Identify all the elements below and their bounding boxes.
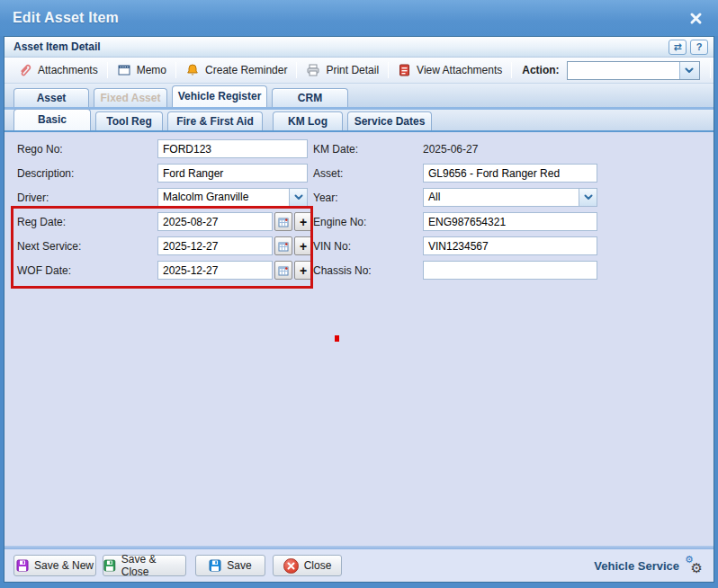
description-input[interactable]: [157, 164, 308, 183]
engine-no-label: Engine No:: [313, 216, 423, 228]
description-label: Description:: [17, 167, 157, 180]
form-content: Rego No: Description: Driver: Malcolm Gr…: [4, 132, 714, 546]
toolbar-separator: [296, 62, 297, 78]
rego-no-label: Rego No:: [17, 143, 157, 156]
wof-date-calendar-button[interactable]: [274, 261, 292, 280]
next-service-input[interactable]: [157, 236, 273, 255]
memo-label: Memo: [137, 64, 166, 76]
view-attachments-label: View Attachments: [417, 64, 502, 76]
next-service-label: Next Service:: [17, 240, 157, 253]
form-row-chassis-no: Chassis No:: [313, 258, 603, 282]
plus-icon: +: [300, 239, 307, 254]
dialog-close-icon[interactable]: [686, 8, 705, 28]
memo-button[interactable]: Memo: [109, 60, 175, 80]
tab-fire-first-aid[interactable]: Fire & First Aid: [167, 111, 263, 130]
action-dropdown[interactable]: [567, 61, 700, 80]
close-icon: [283, 558, 299, 574]
save-button[interactable]: Save: [195, 555, 265, 576]
next-service-calendar-button[interactable]: [274, 236, 292, 255]
wof-date-input[interactable]: [157, 261, 273, 280]
footer-bar: Save & New Save & Close Save Close Vehic…: [4, 549, 714, 582]
toolbar-separator: [511, 62, 512, 78]
panel-title: Asset Item Detail: [13, 40, 101, 53]
close-button[interactable]: Close: [273, 555, 342, 576]
rego-no-input[interactable]: [157, 139, 308, 158]
reg-date-add-button[interactable]: +: [294, 212, 312, 231]
refresh-button[interactable]: ⇄: [669, 40, 687, 55]
print-detail-button[interactable]: Print Detail: [298, 60, 387, 80]
tab-basic[interactable]: Basic: [13, 109, 91, 130]
reg-date-input[interactable]: [157, 212, 273, 231]
km-date-value: 2025-06-27: [423, 143, 478, 156]
form-row-next-service: Next Service: +: [17, 234, 312, 258]
km-date-label: KM Date:: [313, 143, 423, 156]
year-dropdown-value: All: [424, 189, 579, 206]
create-reminder-button[interactable]: Create Reminder: [177, 60, 295, 80]
save-label: Save: [227, 559, 251, 572]
plus-icon: +: [300, 263, 307, 278]
vin-no-input[interactable]: [423, 236, 597, 255]
title-bar: Edit Asset Item: [0, 0, 718, 36]
calendar-icon: [278, 265, 289, 276]
print-detail-label: Print Detail: [326, 64, 379, 76]
edit-asset-item-dialog: Edit Asset Item Asset Item Detail ⇄ ? At…: [0, 0, 718, 588]
calendar-icon: [278, 217, 289, 227]
help-button[interactable]: ?: [690, 40, 708, 55]
gears-icon: ⚙ ⚙: [685, 557, 703, 574]
form-row-year: Year: All: [313, 185, 603, 209]
next-service-add-button[interactable]: +: [294, 236, 312, 255]
driver-label: Driver:: [17, 192, 157, 204]
toolbar-separator: [710, 62, 711, 78]
year-dropdown[interactable]: All: [423, 188, 597, 207]
tab-service-dates[interactable]: Service Dates: [347, 111, 432, 130]
sub-tab-bar: Basic Tool Reg Fire & First Aid KM Log S…: [4, 110, 714, 132]
save-and-close-label: Save & Close: [121, 553, 185, 578]
toolbar-separator: [107, 62, 108, 78]
plus-icon: +: [300, 215, 307, 229]
floppy-green-icon: [103, 559, 116, 572]
year-label: Year:: [313, 192, 423, 204]
dialog-title: Edit Asset Item: [13, 10, 119, 26]
driver-dropdown-value: Malcolm Granville: [158, 189, 289, 206]
bell-icon: [185, 63, 200, 77]
asset-input[interactable]: [423, 164, 597, 183]
memo-icon: [117, 63, 131, 77]
reg-date-label: Reg Date:: [17, 216, 157, 228]
driver-dropdown[interactable]: Malcolm Granville: [157, 188, 308, 207]
wof-date-add-button[interactable]: +: [294, 261, 312, 280]
toolbar-separator: [175, 62, 176, 78]
attachments-button[interactable]: Attachments: [10, 60, 106, 80]
save-and-new-button[interactable]: Save & New: [13, 555, 96, 576]
tab-crm[interactable]: CRM: [272, 88, 348, 107]
calendar-icon: [278, 241, 289, 252]
toolbar-close-button[interactable]: Close: [712, 60, 718, 80]
refresh-icon: ⇄: [673, 41, 681, 53]
action-label: Action:: [522, 64, 559, 76]
module-name: Vehicle Service: [594, 559, 679, 573]
close-label: Close: [304, 559, 332, 572]
toolbar: Attachments Memo Create Reminder: [4, 58, 714, 84]
vin-no-label: VIN No:: [313, 240, 423, 253]
help-icon: ?: [696, 41, 703, 52]
floppy-purple-icon: [16, 559, 29, 572]
tab-asset[interactable]: Asset: [13, 88, 89, 107]
form-row-reg-date: Reg Date: +: [17, 209, 312, 234]
tab-vehicle-register[interactable]: Vehicle Register: [172, 85, 267, 107]
asset-item-detail-panel: Asset Item Detail ⇄ ? Attachments Memo: [4, 36, 714, 583]
action-group: Action:: [513, 61, 708, 80]
tab-tool-reg[interactable]: Tool Reg: [95, 111, 163, 130]
view-attachments-button[interactable]: View Attachments: [390, 60, 510, 80]
chevron-down-icon: [579, 189, 597, 206]
form-column-right: KM Date: 2025-06-27 Asset: Year: All: [313, 137, 603, 282]
form-row-rego-no: Rego No:: [17, 137, 312, 161]
tab-km-log[interactable]: KM Log: [273, 111, 343, 130]
reg-date-calendar-button[interactable]: [274, 212, 292, 231]
save-and-close-button[interactable]: Save & Close: [103, 555, 186, 576]
chassis-no-input[interactable]: [423, 261, 597, 280]
action-dropdown-value: [568, 62, 679, 79]
red-dot-annotation: [335, 335, 339, 342]
chevron-down-icon: [289, 189, 307, 206]
form-row-vin-no: VIN No:: [313, 234, 603, 258]
tab-fixed-asset: Fixed Asset: [94, 88, 167, 107]
engine-no-input[interactable]: [423, 212, 597, 231]
